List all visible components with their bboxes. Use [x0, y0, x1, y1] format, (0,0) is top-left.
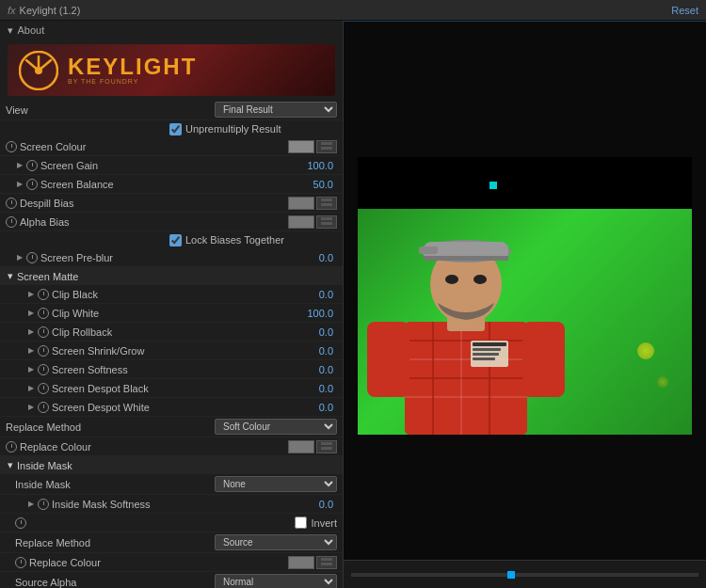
- main-layout: ▾ About KEYLIGHT BY THE FOUNDRY View Fin…: [0, 21, 706, 588]
- clip-rollback-expand[interactable]: ▶: [26, 327, 36, 337]
- left-panel: ▾ About KEYLIGHT BY THE FOUNDRY View Fin…: [0, 21, 344, 588]
- screen-colour-clock[interactable]: [6, 141, 17, 152]
- despill-picker[interactable]: [316, 197, 337, 210]
- preview-area: [344, 22, 706, 560]
- clip-black-value[interactable]: 0.0: [319, 289, 333, 300]
- keylight-wordmark: KEYLIGHT: [68, 56, 197, 78]
- screen-gain-expand[interactable]: ▶: [15, 161, 24, 170]
- despot-black-expand[interactable]: ▶: [26, 384, 36, 393]
- replace-colour2-picker[interactable]: [316, 556, 337, 569]
- clock-icon-standalone[interactable]: [15, 517, 26, 529]
- inside-mask-label: Inside Mask: [15, 479, 137, 490]
- preblur-expand[interactable]: ▶: [15, 253, 24, 262]
- alpha-bias-row: Alpha Bias: [0, 213, 343, 231]
- invert-checkbox[interactable]: [295, 516, 307, 529]
- clip-white-value[interactable]: 100.0: [307, 308, 333, 319]
- clip-black-expand[interactable]: ▶: [26, 290, 36, 299]
- source-alpha-select[interactable]: Normal Premultiplied: [215, 574, 337, 588]
- lock-biases-checkbox[interactable]: [169, 234, 182, 246]
- timeline-bar[interactable]: [351, 573, 698, 577]
- preblur-clock[interactable]: [26, 252, 38, 263]
- replace-colour2-swatch[interactable]: [288, 556, 314, 569]
- inside-softness-clock[interactable]: [38, 499, 49, 510]
- shrinkgrow-expand[interactable]: ▶: [26, 346, 36, 356]
- svg-point-29: [445, 275, 458, 284]
- despot-white-expand[interactable]: ▶: [26, 403, 36, 412]
- replace-colour-row: Replace Colour: [0, 437, 343, 456]
- invert-label: Invert: [311, 517, 337, 529]
- screen-balance-expand[interactable]: ▶: [15, 180, 24, 189]
- screen-balance-value[interactable]: 50.0: [313, 179, 333, 190]
- svg-rect-8: [321, 203, 332, 206]
- softness-label: Screen Softness: [52, 364, 174, 375]
- despot-black-clock[interactable]: [38, 383, 49, 394]
- softness-expand[interactable]: ▶: [26, 365, 36, 374]
- svg-rect-36: [473, 353, 499, 356]
- replace-method2-select[interactable]: Source Soft Colour: [215, 534, 337, 550]
- screen-balance-clock[interactable]: [26, 179, 38, 190]
- inside-softness-label: Inside Mask Softness: [52, 499, 174, 510]
- despot-white-clock[interactable]: [38, 402, 49, 413]
- alpha-swatch[interactable]: [288, 215, 314, 229]
- replace-method2-row: Replace Method Source Soft Colour: [0, 532, 343, 553]
- inside-mask-softness-row: ▶ Inside Mask Softness 0.0: [0, 495, 343, 514]
- despot-black-value[interactable]: 0.0: [319, 383, 333, 394]
- screen-softness-row: ▶ Screen Softness 0.0: [0, 360, 343, 379]
- svg-rect-11: [321, 442, 332, 445]
- inside-softness-expand[interactable]: ▶: [26, 500, 36, 509]
- replace-method2-label: Replace Method: [15, 537, 137, 548]
- replace-method-label: Replace Method: [6, 421, 128, 433]
- about-label: About: [17, 24, 44, 36]
- despill-clock[interactable]: [6, 198, 17, 209]
- despill-swatch[interactable]: [288, 197, 314, 210]
- clock-row: Invert: [0, 514, 343, 532]
- view-label: View: [6, 104, 128, 116]
- svg-rect-31: [367, 322, 409, 397]
- alpha-bias-clock[interactable]: [6, 216, 17, 228]
- replace-method-select[interactable]: Soft Colour Hard Colour Source: [215, 419, 337, 435]
- alpha-picker[interactable]: [316, 215, 337, 229]
- screen-colour-label: Screen Colour: [20, 141, 142, 152]
- despill-color-group: [288, 197, 337, 210]
- top-bar-left: fx Keylight (1.2): [8, 5, 80, 16]
- view-select[interactable]: Final Result Source Screen Matte: [215, 102, 337, 118]
- despot-white-value[interactable]: 0.0: [319, 402, 333, 413]
- clip-rollback-value[interactable]: 0.0: [319, 326, 333, 338]
- replace-colour-picker[interactable]: [316, 440, 337, 453]
- screen-colour-picker[interactable]: [316, 140, 337, 153]
- shrinkgrow-label: Screen Shrink/Grow: [52, 345, 174, 357]
- svg-rect-10: [321, 222, 332, 225]
- svg-rect-14: [321, 563, 332, 565]
- replace-colour-label: Replace Colour: [20, 441, 142, 453]
- screen-colour-swatch[interactable]: [288, 140, 314, 153]
- clip-white-clock[interactable]: [38, 308, 49, 319]
- svg-rect-12: [321, 447, 332, 450]
- preblur-value[interactable]: 0.0: [319, 252, 333, 263]
- clip-rollback-clock[interactable]: [38, 326, 49, 338]
- timeline-area: [344, 560, 706, 588]
- softness-value[interactable]: 0.0: [319, 364, 333, 375]
- shrinkgrow-value[interactable]: 0.0: [319, 345, 333, 357]
- lock-biases-row: Lock Biases Together: [0, 231, 343, 248]
- replace-colour-clock[interactable]: [6, 441, 17, 453]
- about-section[interactable]: ▾ About: [0, 21, 343, 40]
- inside-mask-select[interactable]: None: [215, 476, 337, 492]
- replace-colour2-clock[interactable]: [15, 557, 26, 568]
- screen-balance-row: ▶ Screen Balance 50.0: [0, 175, 343, 194]
- screen-matte-header[interactable]: ▾ Screen Matte: [0, 267, 343, 285]
- screen-gain-row: ▶ Screen Gain 100.0: [0, 156, 343, 175]
- inside-mask-header[interactable]: ▾ Inside Mask: [0, 456, 343, 474]
- timeline-indicator[interactable]: [507, 571, 515, 579]
- shrinkgrow-clock[interactable]: [38, 345, 49, 357]
- fx-label: fx: [8, 5, 16, 16]
- inside-softness-value[interactable]: 0.0: [319, 499, 333, 510]
- screen-gain-value[interactable]: 100.0: [307, 160, 333, 171]
- clip-black-clock[interactable]: [38, 289, 49, 300]
- clip-white-expand[interactable]: ▶: [26, 309, 36, 318]
- unpremultiply-checkbox[interactable]: [169, 123, 182, 135]
- clip-rollback-label: Clip Rollback: [52, 326, 174, 338]
- reset-button[interactable]: Reset: [671, 5, 698, 16]
- screen-gain-clock[interactable]: [26, 160, 38, 171]
- softness-clock[interactable]: [38, 364, 49, 375]
- replace-colour-swatch[interactable]: [288, 440, 314, 453]
